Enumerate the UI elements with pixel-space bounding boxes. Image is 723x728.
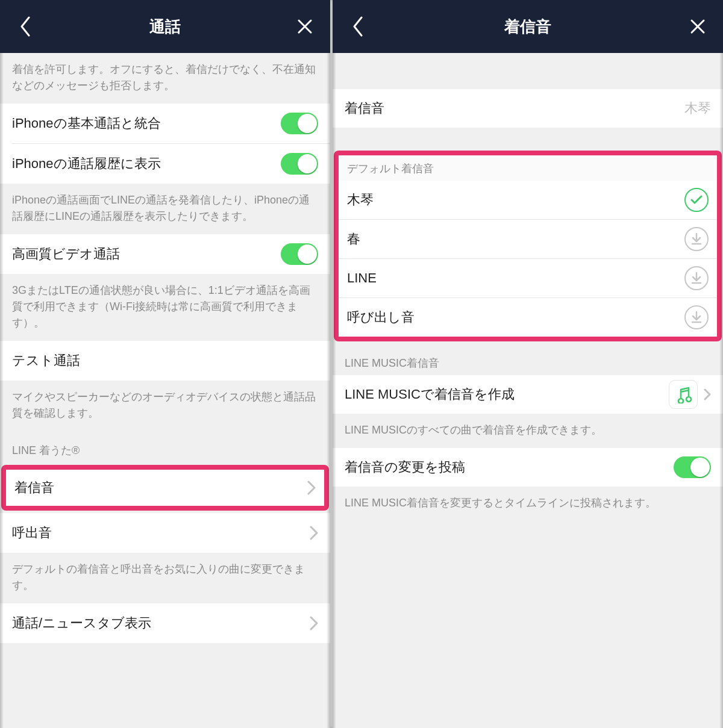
page-title: 着信音 <box>333 16 723 37</box>
page-title: 通話 <box>0 16 330 37</box>
line-music-header: LINE MUSIC着信音 <box>333 344 723 375</box>
chaku-uta-header: LINE 着うた® <box>0 431 330 462</box>
post-change-label: 着信音の変更を投稿 <box>345 458 674 476</box>
download-icon[interactable] <box>684 266 709 290</box>
ringtone-item-line[interactable]: LINE <box>339 259 717 297</box>
chevron-right-icon <box>704 388 711 400</box>
ringtone-item-label: 呼び出し音 <box>347 308 684 326</box>
header-right: 着信音 <box>333 0 723 53</box>
ringtone-label: 着信音 <box>14 479 307 497</box>
current-ringtone-label: 着信音 <box>345 99 684 117</box>
chevron-right-icon <box>310 616 318 630</box>
create-music-ringtone-row[interactable]: LINE MUSICで着信音を作成 <box>333 375 723 414</box>
header-left: 通話 <box>0 0 330 53</box>
integrate-iphone-row[interactable]: iPhoneの基本通話と統合 <box>0 104 330 143</box>
hq-video-row[interactable]: 高画質ビデオ通話 <box>0 234 330 274</box>
ringtone-item-label: 春 <box>347 230 684 248</box>
post-change-toggle[interactable] <box>674 456 711 478</box>
default-ringtone-highlight: デフォルト着信音 木琴 春 LINE <box>334 151 722 341</box>
integrate-iphone-label: iPhoneの基本通話と統合 <box>12 114 281 132</box>
ringtone-row[interactable]: 着信音 <box>6 470 324 506</box>
ringback-row[interactable]: 呼出音 <box>0 513 330 553</box>
call-news-tab-row[interactable]: 通話/ニュースタブ表示 <box>0 603 330 643</box>
integrate-iphone-toggle[interactable] <box>281 113 318 134</box>
post-change-note: LINE MUSIC着信音を変更するとタイムラインに投稿されます。 <box>333 487 723 521</box>
iphone-history-note: iPhoneの通話画面でLINEの通話を発着信したり、iPhoneの通話履歴にL… <box>0 184 330 234</box>
checkmark-icon <box>684 188 709 212</box>
ringtone-item-label: LINE <box>347 270 684 286</box>
test-call-note: マイクやスピーカーなどのオーディオデバイスの状態と通話品質を確認します。 <box>0 381 330 431</box>
ringtone-highlight: 着信音 <box>1 465 329 511</box>
download-icon[interactable] <box>684 305 709 329</box>
chevron-right-icon <box>310 526 318 540</box>
close-button[interactable] <box>683 12 712 41</box>
current-ringtone-row[interactable]: 着信音 木琴 <box>333 89 723 128</box>
hq-video-note: 3GまたはLTEの通信状態が良い場合に、1:1ビデオ通話を高画質で利用できます（… <box>0 274 330 341</box>
line-music-note: LINE MUSICのすべての曲で着信音を作成できます。 <box>333 414 723 448</box>
current-ringtone-value: 木琴 <box>684 99 711 117</box>
close-button[interactable] <box>290 12 319 41</box>
iphone-history-toggle[interactable] <box>281 153 318 175</box>
ringtone-note: デフォルトの着信音と呼出音をお気に入りの曲に変更できます。 <box>0 553 330 603</box>
hq-video-toggle[interactable] <box>281 243 318 265</box>
download-icon[interactable] <box>684 227 709 251</box>
default-ringtone-header: デフォルト着信音 <box>339 155 717 181</box>
ringtone-item-yobidashi[interactable]: 呼び出し音 <box>339 298 717 337</box>
test-call-label: テスト通話 <box>12 352 318 370</box>
iphone-history-label: iPhoneの通話履歴に表示 <box>12 155 281 173</box>
ringtone-item-label: 木琴 <box>347 191 684 209</box>
ringtone-item-haru[interactable]: 春 <box>339 220 717 258</box>
post-change-row[interactable]: 着信音の変更を投稿 <box>333 448 723 487</box>
ringtone-item-mokkin[interactable]: 木琴 <box>339 181 717 219</box>
ringback-label: 呼出音 <box>12 524 310 542</box>
create-music-ringtone-label: LINE MUSICで着信音を作成 <box>345 385 669 403</box>
back-button[interactable] <box>11 12 40 41</box>
test-call-row[interactable]: テスト通話 <box>0 341 330 381</box>
call-news-tab-label: 通話/ニュースタブ表示 <box>12 614 310 632</box>
allow-incoming-note: 着信を許可します。オフにすると、着信だけでなく、不在通知などのメッセージも拒否し… <box>0 53 330 104</box>
music-note-icon <box>669 380 698 409</box>
iphone-history-row[interactable]: iPhoneの通話履歴に表示 <box>0 144 330 184</box>
chevron-right-icon <box>307 481 316 495</box>
hq-video-label: 高画質ビデオ通話 <box>12 245 281 263</box>
back-button[interactable] <box>343 12 372 41</box>
